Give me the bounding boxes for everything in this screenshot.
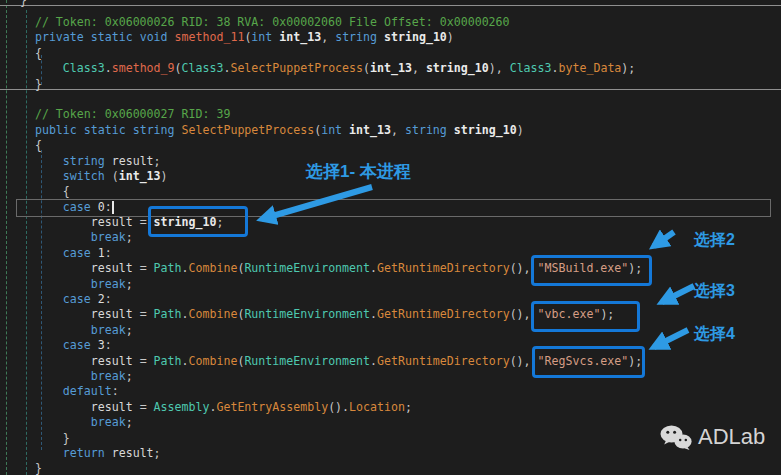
code-token[interactable]: ;: [154, 446, 161, 460]
code-token[interactable]: result: [91, 400, 133, 414]
code-token[interactable]: [7, 200, 63, 214]
code-token[interactable]: // Token: 0x06000027 RID: 39: [7, 107, 230, 121]
code-token[interactable]: break: [91, 369, 126, 383]
code-token[interactable]: break: [91, 323, 126, 337]
code-token[interactable]: [7, 292, 63, 306]
code-token[interactable]: [377, 30, 384, 44]
code-token[interactable]: Combine: [189, 307, 238, 321]
code-token[interactable]: Combine: [189, 261, 238, 275]
code-token[interactable]: [7, 261, 91, 275]
code-token[interactable]: ,: [391, 123, 405, 137]
code-line[interactable]: {: [7, 46, 642, 61]
code-line[interactable]: default:: [7, 384, 642, 399]
code-token[interactable]: =: [133, 261, 154, 275]
code-token[interactable]: Location: [349, 400, 405, 414]
code-token[interactable]: byte_Data: [559, 61, 622, 75]
code-token[interactable]: string: [405, 123, 447, 137]
code-token[interactable]: [7, 323, 91, 337]
code-line[interactable]: }: [7, 461, 642, 475]
code-token[interactable]: result: [91, 354, 133, 368]
code-token[interactable]: =: [133, 400, 154, 414]
code-token[interactable]: [105, 446, 112, 460]
code-token[interactable]: [91, 246, 98, 260]
code-token[interactable]: [7, 369, 91, 383]
code-token[interactable]: Path: [154, 307, 182, 321]
code-token[interactable]: [133, 30, 140, 44]
code-token[interactable]: :: [105, 200, 112, 214]
code-token[interactable]: [175, 123, 182, 137]
code-token[interactable]: // Token: 0x06000026 RID: 38 RVA: 0x0000…: [7, 15, 510, 29]
code-token[interactable]: break: [91, 277, 126, 291]
code-token[interactable]: }: [7, 461, 42, 475]
code-token[interactable]: smethod_11: [175, 30, 245, 44]
code-line[interactable]: {: [7, 138, 642, 153]
code-token[interactable]: Class3: [510, 61, 552, 75]
code-line[interactable]: break;: [7, 415, 642, 430]
code-token[interactable]: ;: [126, 369, 133, 383]
code-token[interactable]: break: [91, 415, 126, 429]
code-token[interactable]: RuntimeEnvironment: [244, 261, 370, 275]
code-token[interactable]: ;: [126, 277, 133, 291]
code-token[interactable]: static: [91, 30, 133, 44]
code-token[interactable]: void: [140, 30, 168, 44]
code-token[interactable]: int: [251, 30, 272, 44]
code-line[interactable]: result = Assembly.GetEntryAssembly().Loc…: [7, 400, 642, 415]
code-token[interactable]: ): [161, 169, 168, 183]
code-token[interactable]: int_13: [279, 30, 321, 44]
code-token[interactable]: 2: [98, 292, 105, 306]
code-token[interactable]: ): [447, 30, 454, 44]
code-token[interactable]: result: [112, 154, 154, 168]
code-token[interactable]: .: [370, 261, 377, 275]
code-token[interactable]: Class3: [182, 61, 224, 75]
code-token[interactable]: [105, 154, 112, 168]
code-token[interactable]: :: [105, 292, 112, 306]
code-token[interactable]: .: [182, 354, 189, 368]
code-token[interactable]: smethod_9: [112, 61, 175, 75]
code-token[interactable]: .: [182, 307, 189, 321]
code-token[interactable]: =: [133, 354, 154, 368]
code-token[interactable]: string: [63, 154, 105, 168]
code-lines[interactable]: // Token: 0x06000026 RID: 38 RVA: 0x0000…: [7, 15, 642, 475]
code-token[interactable]: [91, 292, 98, 306]
code-token[interactable]: [7, 338, 63, 352]
code-line[interactable]: [7, 92, 642, 107]
code-line[interactable]: Class3.smethod_9(Class3.SelectPuppetProc…: [7, 61, 642, 76]
code-token[interactable]: RuntimeEnvironment: [244, 307, 370, 321]
code-token[interactable]: [7, 415, 91, 429]
code-token[interactable]: ;: [154, 154, 161, 168]
code-token[interactable]: Class3: [63, 61, 105, 75]
code-token[interactable]: ;: [126, 230, 133, 244]
code-token[interactable]: int_13: [119, 169, 161, 183]
code-token[interactable]: case: [63, 292, 91, 306]
code-token[interactable]: int_13: [370, 61, 412, 75]
code-token[interactable]: return: [63, 446, 105, 460]
code-token[interactable]: [7, 230, 91, 244]
code-token[interactable]: [7, 384, 63, 398]
code-token[interactable]: int_13: [349, 123, 391, 137]
code-token[interactable]: [7, 169, 63, 183]
code-token[interactable]: .: [105, 61, 112, 75]
code-token[interactable]: 1: [98, 246, 105, 260]
code-token[interactable]: [91, 338, 98, 352]
code-token[interactable]: string_10: [384, 30, 447, 44]
code-token[interactable]: [7, 400, 91, 414]
code-token[interactable]: {: [7, 184, 70, 198]
code-token[interactable]: break: [91, 230, 126, 244]
code-token[interactable]: GetRuntimeDirectory: [377, 261, 510, 275]
code-line[interactable]: case 0:: [7, 200, 642, 215]
code-token[interactable]: [7, 30, 35, 44]
code-line[interactable]: // Token: 0x06000027 RID: 39: [7, 107, 642, 122]
code-token[interactable]: [7, 61, 63, 75]
code-token[interactable]: result: [91, 307, 133, 321]
code-token[interactable]: [7, 354, 91, 368]
code-line[interactable]: private static void smethod_11(int int_1…: [7, 30, 642, 45]
code-line[interactable]: }: [7, 431, 642, 446]
code-token[interactable]: Combine: [189, 354, 238, 368]
code-token[interactable]: string: [335, 30, 377, 44]
code-token[interactable]: case: [63, 200, 91, 214]
code-token[interactable]: {: [7, 138, 42, 152]
code-token[interactable]: ,: [412, 61, 426, 75]
code-token[interactable]: :: [105, 338, 112, 352]
code-token[interactable]: result: [91, 215, 133, 229]
code-token[interactable]: [7, 277, 91, 291]
